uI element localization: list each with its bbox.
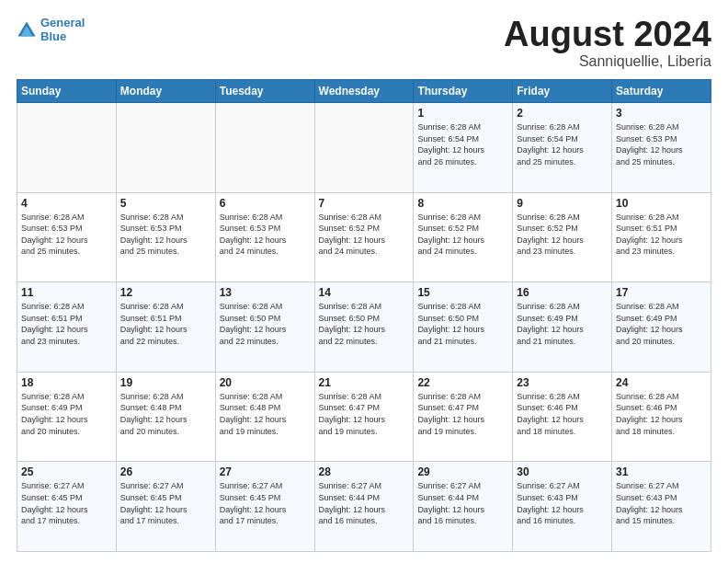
calendar-cell: 5Sunrise: 6:28 AM Sunset: 6:53 PM Daylig…	[116, 192, 215, 282]
day-number: 22	[417, 376, 508, 389]
day-number: 30	[517, 465, 608, 478]
day-info: Sunrise: 6:28 AM Sunset: 6:46 PM Dayligh…	[616, 391, 707, 437]
calendar-cell: 12Sunrise: 6:28 AM Sunset: 6:51 PM Dayli…	[116, 282, 215, 373]
day-info: Sunrise: 6:28 AM Sunset: 6:54 PM Dayligh…	[517, 121, 608, 167]
calendar-cell: 18Sunrise: 6:28 AM Sunset: 6:49 PM Dayli…	[17, 372, 117, 462]
day-number: 5	[120, 197, 211, 210]
day-info: Sunrise: 6:28 AM Sunset: 6:53 PM Dayligh…	[120, 212, 211, 258]
calendar-cell: 11Sunrise: 6:28 AM Sunset: 6:51 PM Dayli…	[17, 282, 117, 373]
calendar-cell	[17, 103, 117, 193]
logo: General Blue	[17, 17, 85, 44]
day-number: 7	[319, 197, 410, 210]
calendar-cell: 15Sunrise: 6:28 AM Sunset: 6:50 PM Dayli…	[414, 282, 513, 373]
day-info: Sunrise: 6:27 AM Sunset: 6:44 PM Dayligh…	[319, 480, 410, 526]
calendar-cell: 2Sunrise: 6:28 AM Sunset: 6:54 PM Daylig…	[513, 103, 612, 193]
day-info: Sunrise: 6:28 AM Sunset: 6:54 PM Dayligh…	[417, 121, 508, 167]
day-number: 28	[319, 465, 410, 478]
calendar-cell: 21Sunrise: 6:28 AM Sunset: 6:47 PM Dayli…	[314, 372, 414, 462]
day-info: Sunrise: 6:28 AM Sunset: 6:50 PM Dayligh…	[319, 301, 410, 347]
day-number: 26	[120, 465, 211, 478]
week-row-4: 18Sunrise: 6:28 AM Sunset: 6:49 PM Dayli…	[17, 372, 711, 462]
calendar-cell: 19Sunrise: 6:28 AM Sunset: 6:48 PM Dayli…	[116, 372, 215, 462]
day-header-saturday: Saturday	[612, 80, 711, 103]
calendar-cell: 16Sunrise: 6:28 AM Sunset: 6:49 PM Dayli…	[513, 282, 612, 373]
calendar-cell: 13Sunrise: 6:28 AM Sunset: 6:50 PM Dayli…	[215, 282, 314, 373]
day-info: Sunrise: 6:28 AM Sunset: 6:48 PM Dayligh…	[220, 391, 311, 437]
day-number: 3	[616, 107, 707, 120]
logo-icon	[17, 20, 37, 40]
day-number: 20	[220, 376, 311, 389]
logo-general: General	[40, 16, 85, 29]
day-number: 25	[21, 465, 112, 478]
calendar-body: 1Sunrise: 6:28 AM Sunset: 6:54 PM Daylig…	[17, 103, 711, 552]
day-number: 18	[21, 376, 112, 389]
calendar-header: SundayMondayTuesdayWednesdayThursdayFrid…	[17, 80, 711, 103]
day-number: 31	[616, 465, 707, 478]
calendar-cell: 4Sunrise: 6:28 AM Sunset: 6:53 PM Daylig…	[17, 192, 117, 282]
day-number: 2	[517, 107, 608, 120]
day-info: Sunrise: 6:27 AM Sunset: 6:45 PM Dayligh…	[120, 480, 211, 526]
day-number: 29	[417, 465, 508, 478]
calendar-cell: 6Sunrise: 6:28 AM Sunset: 6:53 PM Daylig…	[215, 192, 314, 282]
day-info: Sunrise: 6:28 AM Sunset: 6:46 PM Dayligh…	[517, 391, 608, 437]
day-number: 17	[616, 286, 707, 299]
calendar-cell: 17Sunrise: 6:28 AM Sunset: 6:49 PM Dayli…	[612, 282, 711, 373]
day-number: 23	[517, 376, 608, 389]
day-header-wednesday: Wednesday	[314, 80, 414, 103]
title-block: August 2024 Sanniquellie, Liberia	[504, 17, 711, 70]
calendar-cell: 8Sunrise: 6:28 AM Sunset: 6:52 PM Daylig…	[414, 192, 513, 282]
logo-text: General Blue	[40, 17, 85, 44]
day-header-monday: Monday	[116, 80, 215, 103]
day-number: 6	[220, 197, 311, 210]
day-info: Sunrise: 6:28 AM Sunset: 6:52 PM Dayligh…	[417, 212, 508, 258]
day-number: 19	[120, 376, 211, 389]
day-info: Sunrise: 6:28 AM Sunset: 6:52 PM Dayligh…	[319, 212, 410, 258]
header-row: SundayMondayTuesdayWednesdayThursdayFrid…	[17, 80, 711, 103]
day-info: Sunrise: 6:28 AM Sunset: 6:49 PM Dayligh…	[21, 391, 112, 437]
day-header-tuesday: Tuesday	[215, 80, 314, 103]
location-title: Sanniquellie, Liberia	[504, 53, 711, 70]
day-number: 4	[21, 197, 112, 210]
week-row-3: 11Sunrise: 6:28 AM Sunset: 6:51 PM Dayli…	[17, 282, 711, 373]
calendar-cell: 14Sunrise: 6:28 AM Sunset: 6:50 PM Dayli…	[314, 282, 414, 373]
day-number: 15	[417, 286, 508, 299]
calendar-cell: 9Sunrise: 6:28 AM Sunset: 6:52 PM Daylig…	[513, 192, 612, 282]
day-number: 11	[21, 286, 112, 299]
day-header-thursday: Thursday	[414, 80, 513, 103]
day-info: Sunrise: 6:28 AM Sunset: 6:52 PM Dayligh…	[517, 212, 608, 258]
day-info: Sunrise: 6:28 AM Sunset: 6:50 PM Dayligh…	[417, 301, 508, 347]
calendar-cell: 1Sunrise: 6:28 AM Sunset: 6:54 PM Daylig…	[414, 103, 513, 193]
calendar-cell: 20Sunrise: 6:28 AM Sunset: 6:48 PM Dayli…	[215, 372, 314, 462]
calendar-cell	[314, 103, 414, 193]
day-info: Sunrise: 6:28 AM Sunset: 6:53 PM Dayligh…	[616, 121, 707, 167]
day-number: 16	[517, 286, 608, 299]
day-info: Sunrise: 6:28 AM Sunset: 6:49 PM Dayligh…	[616, 301, 707, 347]
day-header-sunday: Sunday	[17, 80, 117, 103]
month-title: August 2024	[504, 17, 711, 52]
week-row-2: 4Sunrise: 6:28 AM Sunset: 6:53 PM Daylig…	[17, 192, 711, 282]
week-row-1: 1Sunrise: 6:28 AM Sunset: 6:54 PM Daylig…	[17, 103, 711, 193]
calendar-cell: 31Sunrise: 6:27 AM Sunset: 6:43 PM Dayli…	[612, 462, 711, 552]
day-number: 13	[220, 286, 311, 299]
day-info: Sunrise: 6:28 AM Sunset: 6:51 PM Dayligh…	[120, 301, 211, 347]
day-info: Sunrise: 6:28 AM Sunset: 6:48 PM Dayligh…	[120, 391, 211, 437]
day-info: Sunrise: 6:27 AM Sunset: 6:44 PM Dayligh…	[417, 480, 508, 526]
day-info: Sunrise: 6:28 AM Sunset: 6:47 PM Dayligh…	[319, 391, 410, 437]
calendar-cell: 28Sunrise: 6:27 AM Sunset: 6:44 PM Dayli…	[314, 462, 414, 552]
day-info: Sunrise: 6:28 AM Sunset: 6:51 PM Dayligh…	[21, 301, 112, 347]
header: General Blue August 2024 Sanniquellie, L…	[17, 17, 711, 70]
day-info: Sunrise: 6:27 AM Sunset: 6:45 PM Dayligh…	[21, 480, 112, 526]
day-header-friday: Friday	[513, 80, 612, 103]
calendar-table: SundayMondayTuesdayWednesdayThursdayFrid…	[17, 79, 711, 552]
week-row-5: 25Sunrise: 6:27 AM Sunset: 6:45 PM Dayli…	[17, 462, 711, 552]
day-number: 10	[616, 197, 707, 210]
calendar-cell: 24Sunrise: 6:28 AM Sunset: 6:46 PM Dayli…	[612, 372, 711, 462]
calendar-cell: 22Sunrise: 6:28 AM Sunset: 6:47 PM Dayli…	[414, 372, 513, 462]
day-number: 21	[319, 376, 410, 389]
day-number: 27	[220, 465, 311, 478]
day-number: 1	[417, 107, 508, 120]
logo-blue: Blue	[40, 29, 66, 43]
day-info: Sunrise: 6:28 AM Sunset: 6:50 PM Dayligh…	[220, 301, 311, 347]
day-info: Sunrise: 6:28 AM Sunset: 6:47 PM Dayligh…	[417, 391, 508, 437]
page: General Blue August 2024 Sanniquellie, L…	[0, 0, 728, 563]
